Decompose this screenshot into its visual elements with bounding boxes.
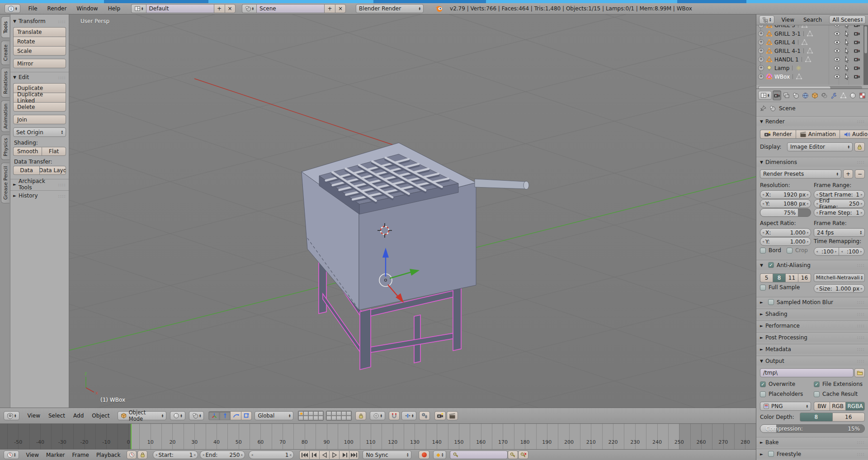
panel-header-edit[interactable]: Edit <box>10 72 69 82</box>
layer-cell[interactable] <box>303 416 308 420</box>
renderable-camera-icon[interactable] <box>854 39 860 46</box>
outliner-row[interactable]: +HANDL 1 <box>758 55 863 64</box>
remove-preset-button[interactable]: − <box>855 169 865 178</box>
scale-manipulator-button[interactable] <box>241 411 252 420</box>
add-layout-button[interactable]: + <box>214 4 225 13</box>
editor-type-selector[interactable] <box>4 451 19 459</box>
layer-cell[interactable] <box>303 411 308 416</box>
jump-to-start-button[interactable] <box>299 451 309 460</box>
menu-select[interactable]: Select <box>47 413 67 419</box>
layer-cell[interactable] <box>341 411 346 416</box>
layers-grid-left[interactable] <box>298 411 324 421</box>
outliner-row[interactable]: +GRILL 4 <box>758 38 863 47</box>
pivot-point-select[interactable] <box>189 411 204 420</box>
record-button[interactable] <box>419 451 429 459</box>
panel-drag-dots-icon[interactable] <box>857 119 865 124</box>
tab-data[interactable] <box>839 90 848 100</box>
renderable-camera-icon[interactable] <box>854 65 860 71</box>
panel-header-metadata[interactable]: Metadata <box>756 344 868 354</box>
delete-keyframe-button[interactable] <box>518 451 528 459</box>
layer-cell[interactable] <box>346 416 351 420</box>
aspect-y-field[interactable]: ◂Y:1.000▸ <box>760 237 811 246</box>
renderable-camera-icon[interactable] <box>854 73 860 80</box>
manipulator-toggle-button[interactable] <box>208 411 219 420</box>
mirror-button[interactable]: Mirror <box>13 59 66 68</box>
render-engine-select[interactable]: Blender Render <box>356 4 424 13</box>
end-frame-field[interactable]: ◂End Frame:250▸ <box>814 199 865 208</box>
color-depth-8-button[interactable]: 8 <box>800 413 832 422</box>
panel-header-dimensions[interactable]: Dimensions <box>756 157 868 167</box>
outliner-row[interactable]: +GRILL 4-1 <box>758 47 863 55</box>
resolution-percentage-slider[interactable]: 75% <box>760 208 811 217</box>
menu-frame[interactable]: Frame <box>70 452 90 458</box>
expand-icon[interactable]: + <box>758 25 764 28</box>
panel-header-performance[interactable]: Performance <box>756 320 868 330</box>
outliner-row[interactable]: +Lamp <box>758 64 863 72</box>
panel-drag-dots-icon[interactable] <box>857 323 865 328</box>
panel-header-transform[interactable]: Transform <box>10 16 69 26</box>
file-extensions-checkbox[interactable] <box>814 381 820 387</box>
renderable-camera-icon[interactable] <box>854 25 860 28</box>
tab-tools[interactable]: Tools <box>1 16 9 38</box>
selectable-cursor-icon[interactable] <box>844 47 850 54</box>
scale-button[interactable]: Scale <box>13 46 66 56</box>
panel-header-render[interactable]: Render <box>756 116 868 126</box>
outliner-row[interactable]: +GRILL 3-1 <box>758 29 863 38</box>
color-depth-16-button[interactable]: 16 <box>832 413 865 422</box>
object-name[interactable]: Lamp <box>774 65 789 71</box>
scene-name[interactable]: Scene <box>256 4 324 13</box>
panel-header-bake[interactable]: Bake <box>756 437 868 447</box>
placeholders-checkbox[interactable] <box>760 391 766 397</box>
tab-constraints[interactable] <box>820 90 829 100</box>
object-name[interactable]: HANDL 1 <box>774 56 799 63</box>
layer-cell[interactable] <box>326 411 331 416</box>
aa-samples-16-button[interactable]: 16 <box>798 273 811 282</box>
panel-drag-dots-icon[interactable] <box>857 335 865 340</box>
next-keyframe-button[interactable] <box>339 451 349 460</box>
full-sample-checkbox[interactable] <box>760 285 766 291</box>
menu-object[interactable]: Object <box>90 413 111 419</box>
tab-physics[interactable]: Physics <box>1 135 9 160</box>
start-frame-field[interactable]: ◂Start: 1▸ <box>153 451 198 459</box>
aa-samples-5-button[interactable]: 5 <box>760 273 773 282</box>
selectable-cursor-icon[interactable] <box>844 73 850 80</box>
freestyle-checkbox[interactable] <box>768 451 774 457</box>
expand-icon[interactable]: + <box>758 39 764 45</box>
crop-checkbox[interactable] <box>787 248 793 253</box>
layer-cell[interactable] <box>313 411 318 416</box>
menu-search[interactable]: Search <box>802 17 824 23</box>
layer-cell[interactable] <box>298 416 303 420</box>
outliner-row[interactable]: +GRILL 3 <box>758 25 863 29</box>
editor-type-selector[interactable] <box>5 4 20 13</box>
selectable-cursor-icon[interactable] <box>844 30 850 37</box>
panel-drag-dots-icon[interactable] <box>857 311 865 316</box>
visibility-eye-icon[interactable] <box>834 39 840 46</box>
screen-layout-name[interactable]: Default <box>146 4 214 13</box>
aa-samples-11-button[interactable]: 11 <box>785 273 798 282</box>
tab-animation[interactable]: Animation <box>1 100 9 132</box>
layer-cell[interactable] <box>308 411 313 416</box>
menu-file[interactable]: File <box>27 5 39 12</box>
snap-toggle-button[interactable] <box>389 411 400 420</box>
expand-icon[interactable]: + <box>758 65 764 71</box>
panel-drag-dots-icon[interactable] <box>857 451 865 456</box>
tab-object[interactable] <box>811 90 819 100</box>
visibility-eye-icon[interactable] <box>834 65 840 71</box>
antialiasing-checkbox[interactable] <box>768 262 774 268</box>
tab-scene[interactable] <box>792 90 800 100</box>
scene-browse[interactable] <box>242 4 257 13</box>
layer-cell[interactable] <box>341 416 346 420</box>
layer-cell[interactable] <box>336 411 341 416</box>
panel-drag-dots-icon[interactable] <box>857 263 865 268</box>
tab-relations[interactable]: Relations <box>1 68 9 98</box>
tab-world[interactable] <box>801 90 810 100</box>
add-preset-button[interactable]: + <box>843 169 853 178</box>
play-button[interactable] <box>329 451 339 460</box>
visibility-eye-icon[interactable] <box>834 25 840 28</box>
panel-drag-dots-icon[interactable] <box>58 19 66 24</box>
close-layout-button[interactable]: × <box>225 4 236 13</box>
screen-layout-browse[interactable] <box>131 4 146 13</box>
lock-frame-button[interactable] <box>137 451 147 459</box>
viewport-shading-select[interactable] <box>170 411 185 420</box>
menu-view[interactable]: View <box>24 452 41 458</box>
